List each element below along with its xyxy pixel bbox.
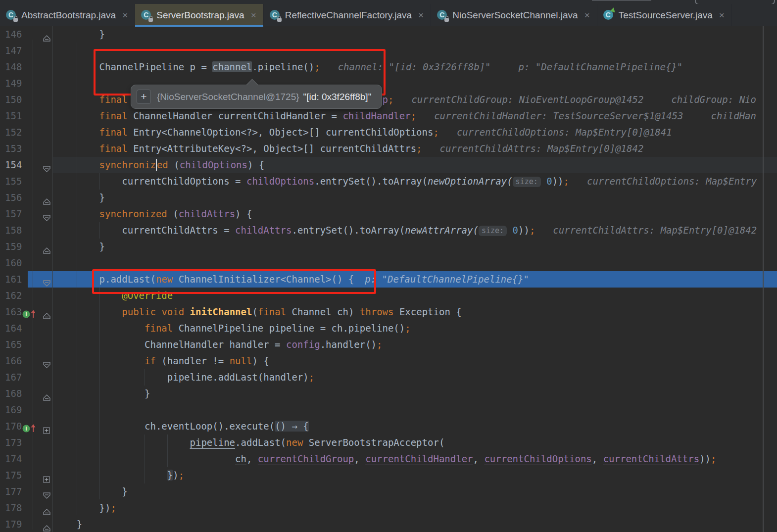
code-token: }: [54, 192, 105, 203]
code-text[interactable]: }: [54, 516, 82, 532]
code-text[interactable]: if (handler != null) {: [54, 353, 269, 369]
code-text[interactable]: synchronized (childAttrs) {: [54, 206, 252, 222]
code-text[interactable]: final ChannelPipeline pipeline = ch.pipe…: [54, 320, 411, 337]
line-number[interactable]: 153: [5, 141, 22, 157]
code-token: new: [286, 437, 303, 448]
code-editor[interactable]: 146 }147148 ChannelPipeline p = channel.…: [0, 26, 777, 532]
evaluated-expression: channel: [212, 61, 252, 72]
line-number[interactable]: 146: [5, 26, 22, 43]
code-text[interactable]: synchronized (childOptions) {: [54, 157, 264, 173]
line-number[interactable]: 168: [5, 386, 22, 402]
code-line-150: 150 final EventLoopGroup currentChildGro…: [0, 92, 777, 108]
code-token: null: [230, 355, 252, 366]
line-number[interactable]: 175: [5, 467, 22, 484]
code-token: newAttrArray(: [405, 225, 479, 236]
top-toolbar-fragment: [0, 0, 777, 4]
line-number[interactable]: 156: [5, 190, 22, 206]
line-number[interactable]: 163: [5, 304, 22, 320]
code-text[interactable]: }: [54, 484, 128, 500]
code-token: (: [252, 306, 257, 317]
tab-ReflectiveChannelFactory.java[interactable]: CReflectiveChannelFactory.java×: [264, 4, 431, 26]
code-token: }: [54, 519, 82, 530]
line-number[interactable]: 165: [5, 337, 22, 353]
code-text[interactable]: ChannelHandler handler = config.handler(…: [54, 337, 382, 353]
line-number[interactable]: 169: [5, 402, 22, 418]
code-token: }: [54, 241, 105, 252]
code-text[interactable]: });: [54, 467, 184, 484]
code-text[interactable]: pipeline.addLast(handler);: [54, 369, 314, 386]
line-number[interactable]: 159: [5, 239, 22, 255]
code-token: .handler(): [320, 339, 377, 350]
line-number[interactable]: 179: [5, 516, 22, 532]
code-text[interactable]: pipeline.addLast(new ServerBootstrapAcce…: [54, 435, 444, 451]
code-text[interactable]: @Override: [54, 288, 173, 304]
line-number[interactable]: 164: [5, 320, 22, 337]
line-number[interactable]: 170: [5, 418, 22, 435]
code-token: config: [286, 339, 320, 350]
editor-scrollbar[interactable]: [763, 26, 764, 532]
library-class-icon: C: [141, 10, 152, 21]
line-number[interactable]: 152: [5, 124, 22, 141]
code-line-147: 147: [0, 43, 777, 59]
line-number[interactable]: 150: [5, 92, 22, 108]
code-text[interactable]: }: [54, 239, 105, 255]
code-line-154: 154 synchronized (childOptions) {: [0, 157, 777, 173]
code-text[interactable]: ch.eventLoop().execute(() → {: [54, 418, 309, 435]
tab-close-icon[interactable]: ×: [719, 10, 725, 21]
line-number[interactable]: 147: [5, 43, 22, 59]
code-text[interactable]: });: [54, 500, 116, 516]
tab-close-icon[interactable]: ×: [418, 10, 424, 21]
code-text[interactable]: ch, currentChildGroup, currentChildHandl…: [54, 451, 716, 467]
line-number[interactable]: 174: [5, 451, 22, 467]
code-token: childAttrs: [235, 225, 291, 236]
code-text[interactable]: final ChannelHandler currentChildHandler…: [54, 108, 756, 124]
fold-region-icon[interactable]: [43, 521, 51, 532]
expand-value-icon[interactable]: +: [137, 90, 151, 104]
code-token: [541, 176, 546, 187]
line-number[interactable]: 178: [5, 500, 22, 516]
line-number[interactable]: 162: [5, 288, 22, 304]
code-text[interactable]: }: [54, 26, 105, 43]
tab-ServerBootstrap.java[interactable]: CServerBootstrap.java×: [135, 4, 264, 26]
code-token: .addLast(: [235, 437, 286, 448]
line-number[interactable]: 177: [5, 484, 22, 500]
code-text[interactable]: currentChildAttrs = childAttrs.entrySet(…: [54, 222, 757, 239]
line-number[interactable]: 166: [5, 353, 22, 369]
code-text[interactable]: final Entry<AttributeKey<?>, Object>[] c…: [54, 141, 643, 157]
code-text[interactable]: p.addLast(new ChannelInitializer<Channel…: [54, 271, 529, 288]
inline-debugger-hint: currentChildOptions: Map$Entry[0]@1841: [457, 127, 672, 138]
code-token: [54, 470, 167, 481]
line-number[interactable]: 155: [5, 173, 22, 190]
line-number[interactable]: 157: [5, 206, 22, 222]
line-number[interactable]: 151: [5, 108, 22, 124]
line-number[interactable]: 149: [5, 75, 22, 92]
code-text[interactable]: final Entry<ChannelOption<?>, Object>[] …: [54, 124, 672, 141]
code-token: )): [699, 453, 711, 464]
tab-close-icon[interactable]: ×: [584, 10, 590, 21]
code-token: ChannelPipeline p =: [54, 61, 212, 72]
code-text[interactable]: }: [54, 190, 105, 206]
code-token: ch: [235, 453, 246, 464]
tab-close-icon[interactable]: ×: [251, 10, 256, 21]
line-number[interactable]: 167: [5, 369, 22, 386]
code-text[interactable]: currentChildOptions = childOptions.entry…: [54, 173, 757, 190]
code-token: final: [99, 94, 128, 105]
tab-NioServerSocketChannel.java[interactable]: CNioServerSocketChannel.java×: [431, 4, 597, 26]
tab-close-icon[interactable]: ×: [122, 10, 128, 21]
line-number[interactable]: 173: [5, 435, 22, 451]
code-line-160: 160: [0, 255, 777, 271]
line-number[interactable]: 158: [5, 222, 22, 239]
line-number[interactable]: 148: [5, 59, 22, 75]
code-text[interactable]: public void initChannel(final Channel ch…: [54, 304, 462, 320]
line-number[interactable]: 154: [5, 157, 22, 173]
tab-AbstractBootstrap.java[interactable]: CAbstractBootstrap.java×: [0, 4, 135, 26]
parameter-name-hint: size:: [513, 177, 541, 187]
code-text[interactable]: ChannelPipeline p = channel.pipeline();c…: [54, 59, 682, 75]
tab-TestSourceServer.java[interactable]: CTestSourceServer.java×: [597, 4, 732, 26]
editor-tab-bar: CAbstractBootstrap.java×CServerBootstrap…: [0, 4, 777, 26]
code-token: ,: [246, 453, 258, 464]
line-number[interactable]: 160: [5, 255, 22, 271]
line-number[interactable]: 161: [5, 271, 22, 288]
code-text[interactable]: }: [54, 386, 150, 402]
code-token: ;: [411, 110, 416, 121]
